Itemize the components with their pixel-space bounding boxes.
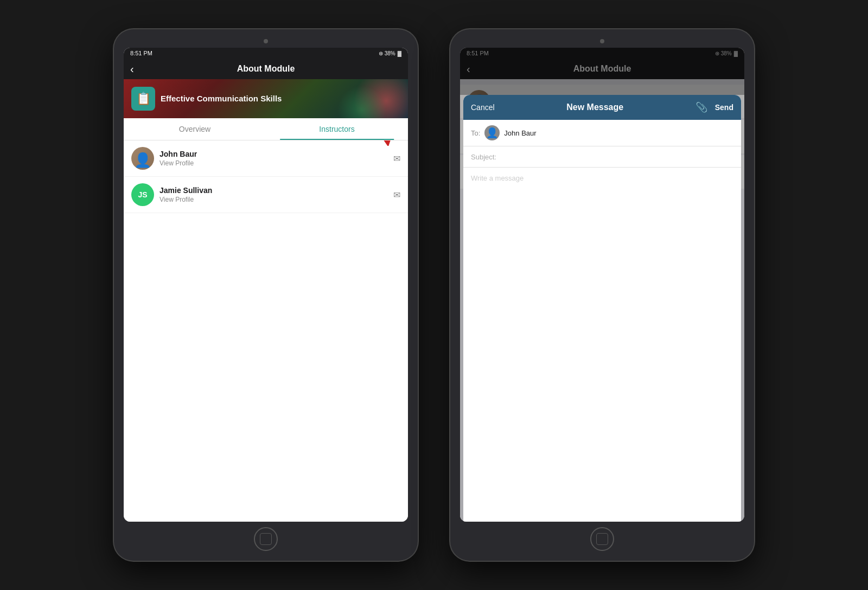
new-message-overlay: Cancel New Message 📎 Send To: 👤 John Bau… (460, 48, 744, 522)
instructor-name-john-baur: John Baur (159, 150, 388, 158)
write-message-placeholder: Write a message (471, 174, 524, 182)
tab-instructors[interactable]: Instructors (266, 118, 408, 140)
status-bar-left: 8:51 PM ⊛ 38% ▓ (124, 48, 408, 59)
avatar-jamie-sullivan: JS (131, 183, 154, 206)
message-title: New Message (566, 102, 623, 112)
message-subject-field[interactable]: Subject: (463, 146, 741, 168)
screen-left: 8:51 PM ⊛ 38% ▓ ‹ About Module 📋 Effecti… (124, 48, 408, 522)
instructor-item-john-baur: John Baur View Profile ✉ (124, 140, 408, 177)
send-button[interactable]: Send (715, 103, 733, 112)
to-label: To: (471, 129, 480, 137)
recipient-avatar: 👤 (484, 125, 500, 140)
mail-icon-john-baur[interactable]: ✉ (393, 153, 400, 164)
message-body-field[interactable]: Write a message (463, 168, 741, 522)
cancel-button[interactable]: Cancel (471, 103, 495, 112)
status-icons: ⊛ 38% ▓ (379, 50, 401, 56)
mail-icon-jamie-sullivan[interactable]: ✉ (393, 190, 400, 200)
message-modal: Cancel New Message 📎 Send To: 👤 John Bau… (463, 95, 741, 522)
wifi-icon: ⊛ 38% (379, 50, 395, 56)
home-button-right[interactable] (590, 527, 614, 551)
instructor-item-jamie-sullivan: JS Jamie Sullivan View Profile ✉ (124, 177, 408, 213)
camera-dot-right (600, 39, 604, 43)
tablet-left: 8:51 PM ⊛ 38% ▓ ‹ About Module 📋 Effecti… (114, 29, 418, 561)
nav-title: About Module (237, 64, 295, 74)
instructor-info-jamie-sullivan: Jamie Sullivan View Profile (159, 186, 388, 203)
tab-overview[interactable]: Overview (124, 118, 266, 140)
back-button[interactable]: ‹ (130, 63, 134, 75)
screen-right: 8:51 PM ⊛ 38% ▓ ‹ About Module 👤 JS (460, 48, 744, 522)
modal-backdrop (460, 48, 744, 95)
nav-bar-left: ‹ About Module (124, 59, 408, 79)
red-arrow-annotation (360, 140, 393, 148)
camera-dot (264, 39, 268, 43)
instructor-info-john-baur: John Baur View Profile (159, 150, 388, 167)
home-button-left[interactable] (254, 527, 278, 551)
view-profile-john-baur[interactable]: View Profile (159, 159, 388, 167)
recipient-name: John Baur (504, 129, 536, 137)
course-title: Effective Communication Skills (161, 93, 282, 104)
attach-icon[interactable]: 📎 (695, 101, 707, 113)
avatar-john-baur (131, 147, 154, 170)
message-header: Cancel New Message 📎 Send (463, 95, 741, 120)
message-to-field: To: 👤 John Baur (463, 120, 741, 146)
instructor-name-jamie-sullivan: Jamie Sullivan (159, 186, 388, 195)
status-time: 8:51 PM (130, 50, 152, 56)
subject-label: Subject: (471, 153, 496, 161)
tabs: Overview Instructors (124, 118, 408, 140)
course-icon: 📋 (131, 87, 155, 111)
tablet-right: 8:51 PM ⊛ 38% ▓ ‹ About Module 👤 JS (450, 29, 754, 561)
view-profile-jamie-sullivan[interactable]: View Profile (159, 196, 388, 203)
instructor-list: John Baur View Profile ✉ (124, 140, 408, 522)
message-actions: 📎 Send (695, 101, 733, 113)
course-header: 📋 Effective Communication Skills (124, 79, 408, 118)
battery-icon: ▓ (398, 50, 401, 56)
